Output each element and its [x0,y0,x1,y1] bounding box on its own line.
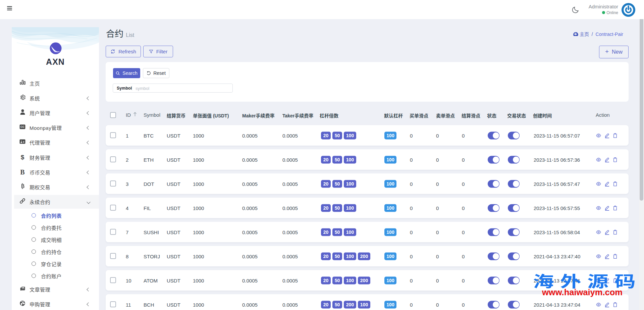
svg-text:CC: CC [20,125,24,128]
